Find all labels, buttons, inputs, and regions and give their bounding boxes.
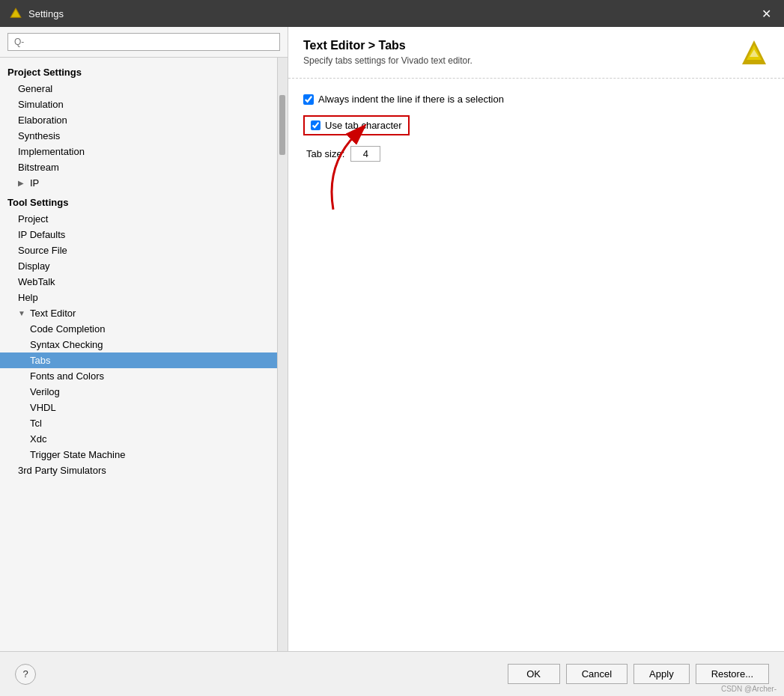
right-panel-title: Text Editor > Tabs [303, 39, 472, 52]
sidebar-item-general[interactable]: General [0, 81, 277, 97]
right-header: Text Editor > Tabs Specify tabs settings… [288, 27, 784, 79]
title-bar-left: Settings [9, 7, 64, 20]
restore-button[interactable]: Restore... [696, 664, 769, 684]
project-settings-header: Project Settings [0, 64, 277, 81]
tool-settings-header: Tool Settings [0, 194, 277, 211]
tree-container: Project Settings General Simulation Elab… [0, 58, 277, 481]
sidebar-item-elaboration[interactable]: Elaboration [0, 112, 277, 128]
help-button[interactable]: ? [15, 664, 36, 685]
sidebar-item-verilog[interactable]: Verilog [0, 384, 277, 400]
right-panel: Text Editor > Tabs Specify tabs settings… [288, 27, 784, 651]
search-input[interactable] [7, 33, 280, 51]
tab-size-row: Tab size: 4 [306, 146, 769, 162]
right-body: Always indent the line if there is a sel… [288, 79, 784, 651]
sidebar-item-implementation[interactable]: Implementation [0, 144, 277, 159]
left-panel-wrapper: Project Settings General Simulation Elab… [0, 58, 288, 651]
sidebar-item-simulation[interactable]: Simulation [0, 97, 277, 112]
left-panel: Project Settings General Simulation Elab… [0, 27, 288, 651]
tab-size-input[interactable]: 4 [350, 146, 380, 162]
always-indent-row: Always indent the line if there is a sel… [303, 94, 769, 105]
main-content: Project Settings General Simulation Elab… [0, 27, 784, 651]
right-panel-subtitle: Specify tabs settings for Vivado text ed… [303, 55, 472, 66]
expand-icon-ip: ▶ [18, 179, 27, 187]
title-bar: Settings ✕ [0, 0, 784, 27]
sidebar-item-source-file[interactable]: Source File [0, 242, 277, 258]
ok-button[interactable]: OK [508, 664, 560, 684]
settings-window: Settings ✕ Project Settings General Simu… [0, 0, 784, 696]
sidebar-item-trigger-state-machine[interactable]: Trigger State Machine [0, 447, 277, 463]
sidebar-item-webtalk[interactable]: WebTalk [0, 274, 277, 290]
sidebar-item-help[interactable]: Help [0, 290, 277, 305]
sidebar-item-xdc[interactable]: Xdc [0, 431, 277, 447]
watermark: CSDN @Archer- [721, 685, 777, 693]
use-tab-checkbox[interactable] [311, 120, 320, 130]
sidebar-item-tcl[interactable]: Tcl [0, 415, 277, 431]
sidebar-item-code-completion[interactable]: Code Completion [0, 321, 277, 337]
sidebar-item-project[interactable]: Project [0, 211, 277, 227]
scrollbar-track[interactable] [277, 58, 288, 651]
always-indent-label: Always indent the line if there is a sel… [318, 94, 504, 105]
sidebar-item-3rd-party-simulators[interactable]: 3rd Party Simulators [0, 463, 277, 478]
cancel-button[interactable]: Cancel [566, 664, 627, 684]
sidebar-item-ip-defaults[interactable]: IP Defaults [0, 227, 277, 242]
use-tab-label: Use tab character [325, 120, 402, 131]
right-header-text: Text Editor > Tabs Specify tabs settings… [303, 39, 472, 66]
search-bar [0, 27, 288, 58]
sidebar-item-display[interactable]: Display [0, 258, 277, 274]
sidebar-item-text-editor[interactable]: ▼ Text Editor [0, 305, 277, 321]
sidebar-item-bitstream[interactable]: Bitstream [0, 159, 277, 175]
always-indent-checkbox[interactable] [303, 94, 314, 105]
tab-size-label: Tab size: [306, 148, 344, 159]
bottom-right: OK Cancel Apply Restore... [508, 664, 769, 684]
window-title: Settings [28, 8, 64, 19]
tree-scroll-area: Project Settings General Simulation Elab… [0, 58, 277, 651]
apply-button[interactable]: Apply [633, 664, 690, 684]
close-button[interactable]: ✕ [757, 4, 775, 22]
sidebar-item-vhdl[interactable]: VHDL [0, 400, 277, 415]
use-tab-highlight-box: Use tab character [303, 115, 410, 135]
vivado-logo [739, 39, 769, 69]
sidebar-item-synthesis[interactable]: Synthesis [0, 128, 277, 144]
sidebar-item-ip[interactable]: ▶ IP [0, 175, 277, 191]
use-tab-row: Use tab character [303, 115, 769, 135]
sidebar-item-syntax-checking[interactable]: Syntax Checking [0, 337, 277, 352]
bottom-bar: ? OK Cancel Apply Restore... CSDN @Arche… [0, 651, 784, 696]
sidebar-item-tabs[interactable]: Tabs [0, 352, 277, 368]
bottom-left: ? [15, 664, 36, 685]
sidebar-item-fonts-colors[interactable]: Fonts and Colors [0, 368, 277, 384]
expand-icon-text-editor: ▼ [18, 309, 27, 317]
app-icon [9, 7, 22, 20]
scrollbar-thumb[interactable] [279, 95, 285, 155]
